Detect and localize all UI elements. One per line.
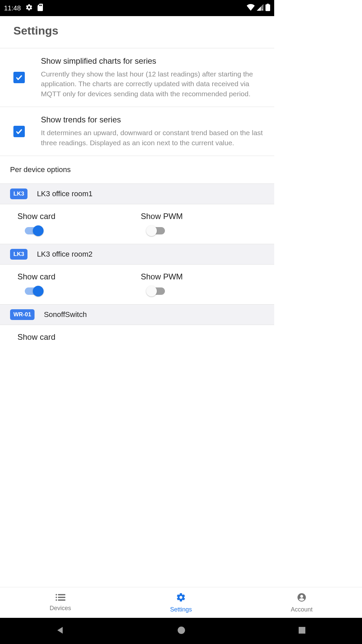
setting-trends[interactable]: Show trends for series It determines an … [0,107,274,156]
show-card-toggle[interactable] [25,227,42,234]
page-header: Settings [0,16,274,48]
device-header: WR-01 SonoffSwitch [0,304,274,325]
setting-desc: Currently they show the last hour (12 la… [41,69,264,99]
show-card-label: Show card [17,272,141,281]
page-title: Settings [13,24,261,37]
section-per-device: Per device options [0,156,274,183]
show-pwm-toggle[interactable] [148,227,165,234]
setting-simplified-charts[interactable]: Show simplified charts for series Curren… [0,48,274,107]
svg-rect-2 [267,4,269,5]
device-header: LK3 LK3 office room2 [0,244,274,265]
device-header: LK3 LK3 office room1 [0,183,274,204]
wifi-icon [247,4,255,12]
setting-desc: It determines an upward, downward or con… [41,128,264,148]
sd-card-icon [38,4,44,12]
device-name: LK3 office room2 [37,250,93,259]
show-card-label: Show card [17,212,141,221]
show-card-toggle[interactable] [25,287,42,295]
device-badge: WR-01 [10,309,35,320]
setting-title: Show trends for series [41,115,264,124]
svg-rect-1 [265,4,270,11]
show-card-label: Show card [17,332,264,342]
device-badge: LK3 [10,249,27,260]
device-badge: LK3 [10,189,27,199]
status-bar: 11:48 x [0,0,274,16]
device-name: SonoffSwitch [44,310,87,319]
device-name: LK3 office room1 [37,190,93,198]
show-pwm-label: Show PWM [141,212,264,221]
device-options: Show card Show PWM [0,265,274,304]
show-pwm-label: Show PWM [141,272,264,281]
show-pwm-toggle[interactable] [148,287,165,295]
battery-icon [265,4,270,12]
checkbox[interactable] [13,126,25,137]
setting-title: Show simplified charts for series [41,56,264,66]
gear-icon [25,4,33,12]
cell-signal-icon: x [257,4,263,12]
device-options: Show card Show PWM [0,204,274,244]
status-time: 11:48 [4,4,21,12]
svg-text:x: x [262,8,263,11]
device-options: Show card [0,325,274,357]
checkbox[interactable] [13,72,25,83]
